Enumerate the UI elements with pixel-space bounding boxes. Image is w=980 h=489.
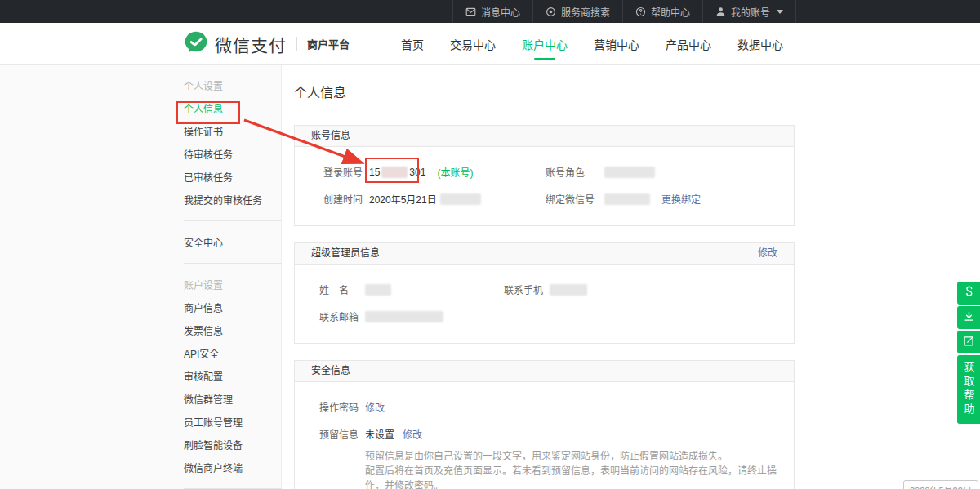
- login-account-suffix: 301: [409, 167, 425, 178]
- bound-wechat-label: 绑定微信号: [546, 192, 604, 206]
- security-info-card-header: 安全信息: [295, 361, 794, 382]
- main-nav: 首页 交易中心 账户中心 营销中心 产品中心 数据中心: [388, 23, 796, 65]
- nav-item-product-center[interactable]: 产品中心: [653, 23, 724, 65]
- sidebar-item-face-smart-device[interactable]: 刷脸智能设备: [184, 434, 282, 457]
- redacted-created-time: [440, 193, 481, 205]
- admin-edit-link[interactable]: 修改: [758, 243, 777, 264]
- reserved-info-status: 未设置: [365, 427, 394, 441]
- operation-password-label: 操作密码: [319, 400, 365, 414]
- sidebar-item-operation-certificate[interactable]: 操作证书: [184, 121, 282, 144]
- search-icon: [546, 7, 556, 17]
- account-info-card: 账号信息 登录账号 15 301 (本账号): [294, 125, 795, 226]
- brand-divider: [296, 37, 297, 51]
- topbar-item-label: 我的账号: [731, 5, 770, 19]
- sidebar-item-wechat-group-management[interactable]: 微信群管理: [184, 389, 282, 411]
- sidebar-item-reviewed-tasks[interactable]: 已审核任务: [184, 167, 282, 189]
- topbar-item-messages[interactable]: 消息中心: [452, 0, 532, 23]
- sidebar-item-wechat-merchant-terminal[interactable]: 微信商户终端: [184, 457, 282, 480]
- topbar-menu: 消息中心 服务商搜索 帮助中心: [184, 0, 796, 23]
- sidebar-group-personal: 个人设置 个人信息 操作证书 待审核任务 已审核任务 我提交的审核任务: [184, 75, 282, 221]
- account-info-card-header: 账号信息: [295, 126, 794, 147]
- rebind-link[interactable]: 更换绑定: [662, 192, 701, 206]
- page-title: 个人信息: [294, 77, 795, 113]
- feedback-icon: [963, 335, 975, 350]
- sidebar-item-invoice-info[interactable]: 发票信息: [184, 320, 282, 343]
- sidebar-item-security-center[interactable]: 安全中心: [184, 232, 282, 255]
- sidebar-group-account-settings: 账户设置 商户信息 发票信息 API安全 审核配置 微信群管理 员工账号管理 刷…: [184, 274, 282, 489]
- wechat-pay-logo-icon: [184, 30, 208, 58]
- nav-item-data-center[interactable]: 数据中心: [724, 23, 796, 65]
- download-button[interactable]: [957, 306, 980, 329]
- header: 微信支付 商户平台 首页 交易中心 账户中心 营销中心 产品中心 数据中心: [0, 23, 980, 65]
- login-account-value: 15 301 (本账号): [369, 165, 473, 179]
- redacted-admin-phone: [550, 284, 587, 296]
- floating-help-widget: 获取帮助: [957, 282, 980, 424]
- super-admin-card: 超级管理员信息 修改 姓 名 联系手机: [294, 242, 795, 344]
- get-help-label: 获取帮助: [961, 362, 977, 417]
- reserved-info-description: 预留信息是由你自己设置的一段文字，用来鉴定网站身份，防止假冒网站造成损失。 配置…: [365, 449, 794, 489]
- download-icon: [963, 310, 975, 326]
- login-account-prefix: 15: [369, 167, 380, 178]
- user-icon: [715, 7, 726, 17]
- topbar: 消息中心 服务商搜索 帮助中心: [0, 0, 980, 23]
- sidebar-group-header: 个人设置: [184, 75, 282, 98]
- sidebar-item-merchant-info[interactable]: 商户信息: [184, 297, 282, 320]
- operation-password-edit-link[interactable]: 修改: [365, 400, 385, 414]
- nav-item-home[interactable]: 首页: [388, 23, 437, 65]
- admin-phone-label: 联系手机: [504, 282, 550, 296]
- created-date: 2020年5月21日: [369, 192, 437, 206]
- topbar-item-label: 服务商搜索: [561, 5, 610, 19]
- reserved-info-label: 预留信息: [319, 427, 365, 441]
- redacted-login-middle: [381, 167, 408, 178]
- mail-icon: [466, 7, 476, 17]
- sidebar-group-header: 账户设置: [184, 274, 282, 297]
- nav-item-account-center[interactable]: 账户中心: [509, 23, 581, 65]
- brand[interactable]: 微信支付 商户平台: [184, 30, 350, 58]
- sidebar-item-pending-review-tasks[interactable]: 待审核任务: [184, 144, 282, 167]
- security-info-card: 安全信息 操作密码 修改 预留信息 未设置 修改: [294, 360, 795, 489]
- created-time-value: 2020年5月21日: [369, 192, 481, 206]
- login-account-label: 登录账号: [323, 165, 369, 179]
- admin-name-label: 姓 名: [319, 282, 365, 296]
- sidebar-item-personal-info[interactable]: 个人信息: [184, 98, 282, 121]
- page-body: 个人设置 个人信息 操作证书 待审核任务 已审核任务 我提交的审核任务 安全中心…: [0, 65, 980, 489]
- redacted-bound-wechat: [604, 193, 650, 205]
- description-line: 预留信息是由你自己设置的一段文字，用来鉴定网站身份，防止假冒网站造成损失。: [365, 449, 794, 464]
- admin-email-label: 联系邮箱: [319, 309, 365, 323]
- sidebar-item-my-submitted-review-tasks[interactable]: 我提交的审核任务: [184, 189, 282, 212]
- description-line: 配置后将在首页及充值页面显示。若未看到预留信息，表明当前访问的网站存在风险，请终…: [365, 464, 794, 489]
- nav-item-marketing-center[interactable]: 营销中心: [581, 23, 653, 65]
- super-admin-card-header: 超级管理员信息 修改: [295, 243, 794, 265]
- section-title: 超级管理员信息: [311, 243, 380, 264]
- reserved-info-edit-link[interactable]: 修改: [403, 427, 422, 441]
- feedback-button[interactable]: [957, 331, 980, 353]
- section-title: 账号信息: [311, 126, 350, 146]
- sidebar-group-security: 安全中心: [184, 232, 282, 264]
- account-role-label: 账号角色: [546, 165, 604, 179]
- topbar-item-my-account[interactable]: 我的账号: [702, 0, 796, 23]
- topbar-item-label: 帮助中心: [651, 5, 690, 19]
- miniprogram-button[interactable]: [957, 282, 980, 305]
- created-time-label: 创建时间: [323, 192, 369, 206]
- topbar-item-label: 消息中心: [481, 5, 520, 19]
- sidebar: 个人设置 个人信息 操作证书 待审核任务 已审核任务 我提交的审核任务 安全中心…: [184, 65, 282, 489]
- brand-name: 微信支付: [215, 32, 287, 56]
- sidebar-item-staff-account-management[interactable]: 员工账号管理: [184, 411, 282, 434]
- current-account-note: (本账号): [437, 165, 473, 179]
- redacted-account-role: [604, 167, 655, 178]
- miniprogram-icon: [963, 286, 975, 301]
- portal-name: 商户平台: [307, 36, 350, 51]
- date-badge: 2020年5月22日: [903, 480, 978, 489]
- caret-down-icon: [777, 10, 783, 14]
- sidebar-item-review-config[interactable]: 审核配置: [184, 366, 282, 389]
- main-content: 个人信息 账号信息 登录账号 15 301 (本账号): [294, 65, 795, 489]
- get-help-button[interactable]: 获取帮助: [957, 355, 980, 424]
- topbar-item-help[interactable]: 帮助中心: [622, 0, 702, 23]
- redacted-admin-name: [365, 284, 391, 296]
- section-title: 安全信息: [311, 361, 350, 381]
- redacted-admin-email: [365, 311, 443, 322]
- sidebar-item-api-security[interactable]: API安全: [184, 343, 282, 366]
- topbar-item-sp-search[interactable]: 服务商搜索: [532, 0, 622, 23]
- help-icon: [635, 7, 646, 17]
- nav-item-transaction-center[interactable]: 交易中心: [437, 23, 509, 65]
